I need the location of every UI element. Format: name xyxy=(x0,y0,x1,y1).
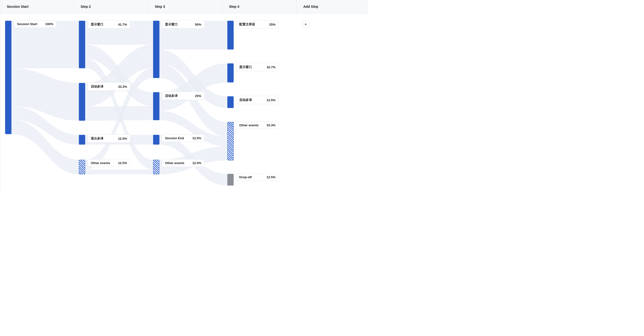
sankey-node-label[interactable]: 启动多译12.5% xyxy=(236,96,279,104)
funnel-header-row: Session Start Step 2 Step 3 Step 4 Add S… xyxy=(0,0,368,14)
sankey-node-label[interactable]: Session Start100% xyxy=(14,20,56,28)
node-name: 显示窗口 xyxy=(165,22,178,27)
header-label: Session Start xyxy=(7,5,28,9)
node-percent: 100% xyxy=(45,22,53,26)
sankey-node-label[interactable]: 显示窗口41.7% xyxy=(88,20,130,29)
header-label: Step 4 xyxy=(229,5,239,9)
header-cell-step-2[interactable]: Step 2 xyxy=(74,0,148,13)
header-label: Step 3 xyxy=(155,5,165,9)
sankey-node-label[interactable]: Other events12.5% xyxy=(162,159,204,167)
node-percent: 12.5% xyxy=(118,161,127,165)
sankey-chart: Session Start100%显示窗口41.7%启动多译33.3%退出多译1… xyxy=(0,14,368,192)
sankey-node-label[interactable]: 退出多译12.5% xyxy=(88,134,130,143)
node-percent: 25% xyxy=(269,23,276,26)
node-name: Session Start xyxy=(17,22,37,26)
sankey-node-bar[interactable] xyxy=(227,174,234,186)
sankey-node-bar[interactable] xyxy=(79,135,85,145)
sankey-node-bar[interactable] xyxy=(153,21,160,78)
node-percent: 12.5% xyxy=(266,98,276,102)
sankey-node-bar[interactable] xyxy=(79,83,85,121)
node-name: Other events xyxy=(91,161,110,165)
node-name: 启动多译 xyxy=(239,98,252,102)
node-percent: 12.5% xyxy=(192,136,201,140)
node-percent: 16.7% xyxy=(266,65,276,69)
sankey-node-bar[interactable] xyxy=(5,21,12,134)
plus-icon: + xyxy=(304,22,307,27)
node-name: 显示窗口 xyxy=(239,65,252,69)
header-cell-step-1[interactable]: Session Start xyxy=(0,0,74,13)
sankey-node-bar[interactable] xyxy=(227,21,234,50)
node-name: 配置主界面 xyxy=(239,22,255,27)
node-name: Other events xyxy=(239,123,258,127)
header-cell-step-3[interactable]: Step 3 xyxy=(148,0,222,13)
node-name: 启动多译 xyxy=(91,84,104,89)
sankey-node-bar[interactable] xyxy=(153,160,160,174)
node-percent: 33.3% xyxy=(118,85,127,89)
sankey-node-label[interactable]: 启动多译25% xyxy=(162,92,204,100)
sankey-node-bar[interactable] xyxy=(79,21,85,68)
add-step-button[interactable]: + xyxy=(302,21,309,28)
sankey-node-label[interactable]: 显示窗口16.7% xyxy=(236,63,279,71)
sankey-node-bar[interactable] xyxy=(227,122,234,160)
node-percent: 12.5% xyxy=(192,161,201,165)
sankey-node-bar[interactable] xyxy=(227,96,234,108)
node-name: Drop-off xyxy=(239,175,252,179)
header-label: Add Step xyxy=(303,5,318,9)
node-percent: 50% xyxy=(195,23,201,26)
node-percent: 12.5% xyxy=(266,175,276,179)
node-percent: 25% xyxy=(195,94,201,98)
sankey-node-label[interactable]: Drop-off12.5% xyxy=(236,173,279,181)
sankey-node-label[interactable]: 显示窗口50% xyxy=(162,20,204,29)
node-name: 启动多译 xyxy=(165,94,178,98)
node-name: Other events xyxy=(165,161,184,165)
sankey-node-bar[interactable] xyxy=(79,160,85,174)
sankey-node-bar[interactable] xyxy=(153,92,160,120)
sankey-node-label[interactable]: 启动多译33.3% xyxy=(88,82,130,91)
node-name: Session End xyxy=(165,136,184,140)
node-percent: 12.5% xyxy=(118,137,127,140)
node-name: 退出多译 xyxy=(91,136,104,141)
header-cell-add-step[interactable]: Add Step xyxy=(297,0,368,13)
node-name: 显示窗口 xyxy=(91,22,104,27)
sankey-node-label[interactable]: Session End12.5% xyxy=(162,134,204,142)
sankey-node-bar[interactable] xyxy=(227,63,234,82)
sankey-node-bar[interactable] xyxy=(153,135,160,145)
sankey-node-label[interactable]: Other events12.5% xyxy=(88,159,130,167)
header-label: Step 2 xyxy=(80,5,91,9)
sankey-node-label[interactable]: Other events33.3% xyxy=(236,121,279,129)
node-percent: 33.3% xyxy=(266,123,276,127)
node-percent: 41.7% xyxy=(118,23,127,26)
sankey-node-label[interactable]: 配置主界面25% xyxy=(236,20,279,29)
header-cell-step-4[interactable]: Step 4 xyxy=(222,0,297,13)
